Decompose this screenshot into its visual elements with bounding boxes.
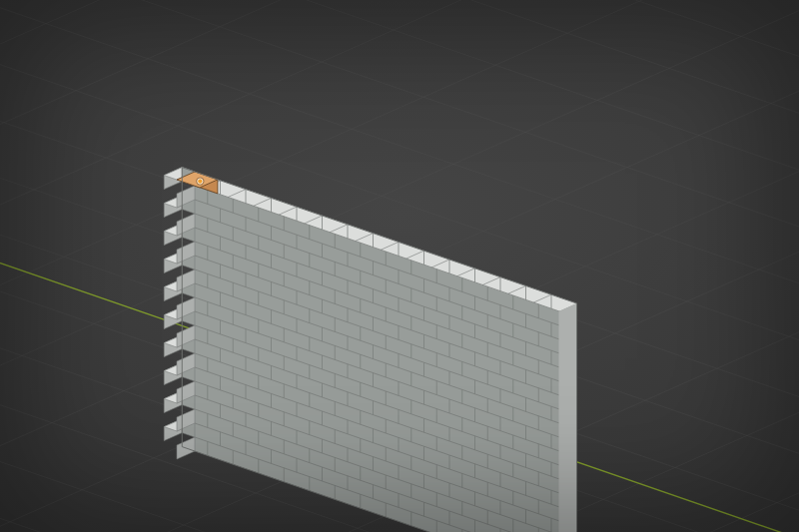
object-origin (196, 177, 204, 185)
viewport-3d[interactable] (0, 0, 799, 532)
scene-3d[interactable] (0, 0, 799, 532)
svg-marker-409 (559, 303, 577, 532)
brick-wall-object[interactable] (164, 168, 576, 532)
origin-dot-icon (198, 179, 203, 184)
